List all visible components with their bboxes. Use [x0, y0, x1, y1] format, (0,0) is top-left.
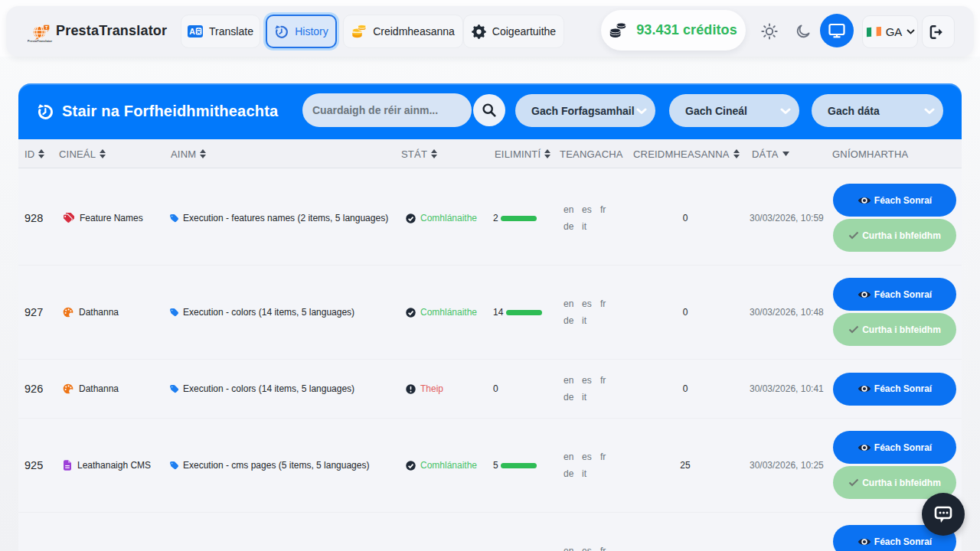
- svg-text:T: T: [45, 25, 48, 30]
- svg-text:A: A: [189, 27, 195, 36]
- svg-text:PrestaTranslator: PrestaTranslator: [28, 39, 53, 43]
